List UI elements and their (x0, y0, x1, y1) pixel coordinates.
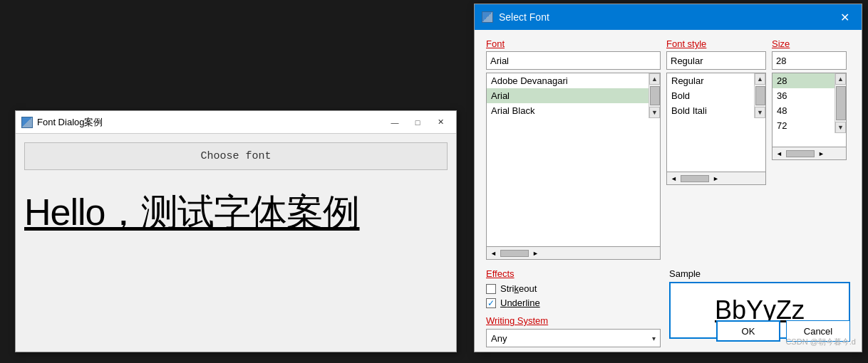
app-titlebar-left: Font Dialog案例 (21, 116, 103, 129)
ok-button[interactable]: OK (716, 320, 780, 342)
size-label: Size (772, 38, 847, 49)
style-list-scrollbar[interactable]: ▲ ▼ (754, 73, 765, 118)
app-content: Choose font (16, 134, 456, 179)
writing-system-section: Writing System Any ▾ (486, 315, 661, 347)
font-listbox-items: Adobe Devanagari › Arial Arial Black › (487, 73, 660, 118)
size-listbox-container: 28 36 48 72 ▲ ▼ ◄ (772, 73, 847, 260)
hscroll-left-arrow[interactable]: ◄ (668, 175, 679, 182)
font-column-header: Font (486, 38, 661, 70)
style-listbox-container: Regular Bold Bold Itali › ▲ ▼ (666, 73, 766, 260)
hscroll-thumb[interactable] (681, 175, 709, 182)
effects-label: Effects (486, 268, 661, 279)
hscroll-thumb[interactable] (786, 150, 815, 157)
dialog-title: Select Font (499, 11, 549, 23)
writing-system-value: Any (491, 333, 507, 344)
list-item[interactable]: Arial Black › (487, 103, 660, 118)
hscroll-right-arrow[interactable]: ► (711, 175, 721, 182)
font-dialog: Select Font ✕ Font Font style Size (474, 4, 862, 352)
app-window: Font Dialog案例 — □ ✕ Choose font Hello，测试… (15, 110, 457, 352)
scroll-up-arrow[interactable]: ▲ (835, 73, 846, 85)
watermark: CSDN @朝今暮今.d (785, 337, 856, 347)
style-label: Font style (666, 38, 766, 49)
dialog-titlebar-left: Select Font (482, 11, 549, 23)
style-input[interactable] (666, 51, 766, 70)
style-listbox-inner: Regular Bold Bold Itali › ▲ ▼ (667, 73, 765, 118)
hscroll-right-arrow[interactable]: ► (530, 250, 541, 257)
font-listbox-container: Adobe Devanagari › Arial Arial Black › (486, 73, 661, 260)
style-list-hscrollbar[interactable]: ◄ ► (666, 172, 766, 185)
list-item[interactable]: Bold (667, 88, 765, 103)
scroll-up-arrow[interactable]: ▲ (755, 73, 765, 85)
writing-system-label: Writing System (486, 315, 661, 326)
style-listbox: Regular Bold Bold Itali › ▲ ▼ (666, 73, 766, 172)
sample-text-display: Hello，测试字体案例 (16, 179, 456, 246)
size-column-header: Size (772, 38, 847, 70)
scroll-thumb[interactable] (836, 86, 846, 120)
strikeout-label: Strikeout (500, 283, 537, 294)
chevron-down-icon: ▾ (652, 335, 656, 342)
font-list-scrollbar[interactable]: ▲ ▼ (649, 73, 660, 118)
list-item[interactable]: Adobe Devanagari › (487, 73, 660, 88)
columns-header: Font Font style Size (486, 38, 850, 70)
dialog-titlebar: Select Font ✕ (475, 4, 862, 30)
scroll-down-arrow[interactable]: ▼ (755, 107, 765, 118)
effects-section: Effects Strikeout ✓ Underline (486, 268, 661, 347)
dialog-body: Font Font style Size Adobe D (475, 30, 862, 356)
hscroll-left-arrow[interactable]: ◄ (774, 150, 785, 157)
scroll-down-arrow[interactable]: ▼ (649, 107, 660, 118)
dialog-close-button[interactable]: ✕ (835, 7, 854, 27)
listboxes-container: Adobe Devanagari › Arial Arial Black › (486, 73, 850, 260)
close-button[interactable]: ✕ (430, 115, 450, 130)
scroll-thumb[interactable] (650, 86, 660, 105)
writing-system-dropdown[interactable]: Any ▾ (486, 329, 661, 347)
sample-label: Sample (669, 268, 850, 279)
font-listbox-inner: Adobe Devanagari › Arial Arial Black › (487, 73, 660, 118)
list-item[interactable]: Regular (667, 73, 765, 88)
list-item[interactable]: Bold Itali › (667, 103, 765, 118)
hscroll-right-arrow[interactable]: ► (816, 150, 827, 157)
size-listbox: 28 36 48 72 ▲ ▼ (772, 73, 847, 147)
style-listbox-items: Regular Bold Bold Itali › (667, 73, 765, 118)
scroll-thumb[interactable] (755, 86, 765, 105)
scroll-down-arrow[interactable]: ▼ (835, 122, 846, 133)
font-input[interactable] (486, 51, 661, 70)
checkmark-icon: ✓ (487, 298, 495, 308)
choose-font-button[interactable]: Choose font (24, 142, 448, 170)
size-input[interactable] (772, 51, 847, 70)
app-titlebar-controls: — □ ✕ (385, 115, 450, 130)
hscroll-thumb[interactable] (500, 250, 529, 257)
list-item[interactable]: Arial (487, 88, 660, 103)
underline-label: Underline (500, 298, 540, 308)
app-title: Font Dialog案例 (37, 116, 103, 129)
size-list-hscrollbar[interactable]: ◄ ► (772, 147, 847, 160)
app-titlebar: Font Dialog案例 — □ ✕ (16, 111, 456, 134)
strikeout-row: Strikeout (486, 283, 661, 294)
hscroll-left-arrow[interactable]: ◄ (488, 250, 499, 257)
font-listbox: Adobe Devanagari › Arial Arial Black › (486, 73, 661, 247)
minimize-button[interactable]: — (385, 115, 405, 130)
font-label: Font (486, 38, 661, 49)
scroll-up-arrow[interactable]: ▲ (649, 73, 660, 85)
maximize-button[interactable]: □ (408, 115, 428, 130)
app-icon (21, 117, 33, 128)
size-listbox-inner: 28 36 48 72 ▲ ▼ (773, 73, 846, 133)
dialog-icon (482, 11, 493, 23)
underline-checkbox[interactable]: ✓ (486, 298, 496, 308)
style-column-header: Font style (666, 38, 766, 70)
strikeout-checkbox[interactable] (486, 284, 496, 294)
underline-row: ✓ Underline (486, 298, 661, 308)
font-list-hscrollbar[interactable]: ◄ ► (486, 247, 661, 260)
size-list-scrollbar[interactable]: ▲ ▼ (835, 73, 846, 133)
